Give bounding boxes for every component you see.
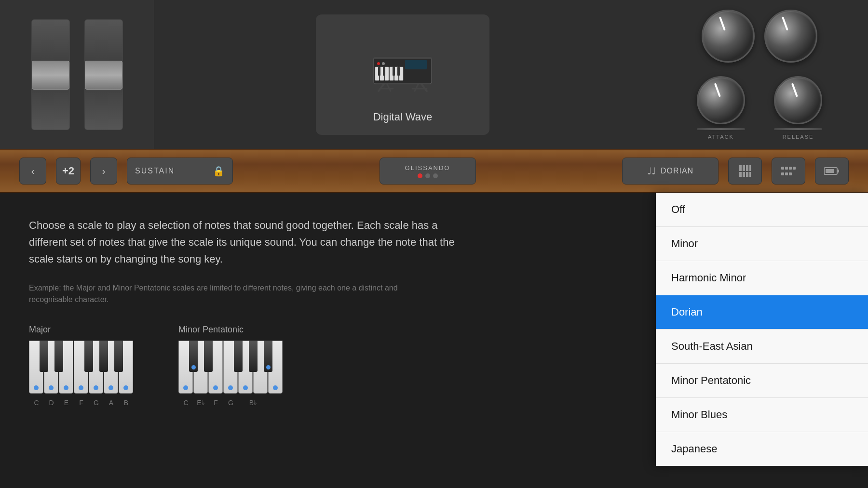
major-note-labels: C D E F G A B [29, 399, 134, 407]
minor-pent-piano [178, 341, 289, 396]
mp-note-label-c: C [178, 399, 193, 407]
instrument-card: Digital Wave [316, 14, 489, 135]
piano-grid-icon [738, 164, 752, 178]
dropdown-item-off[interactable]: Off [656, 193, 868, 227]
description-text: Choose a scale to play a selection of no… [29, 217, 463, 268]
key-dot-f [79, 385, 83, 390]
white-key-g[interactable] [89, 341, 103, 394]
sustain-button[interactable]: SUSTAIN 🔒 [127, 158, 233, 185]
dot-gray-2 [433, 173, 438, 178]
release-knob[interactable] [774, 76, 822, 124]
key-dot-d [49, 385, 54, 390]
dropdown-item-minor-blues[interactable]: Minor Blues [656, 398, 868, 432]
svg-rect-28 [749, 172, 751, 177]
slider-handle-2[interactable] [85, 61, 122, 90]
mp-note-label-bb: B♭ [238, 399, 268, 407]
mp-white-key-a[interactable] [253, 341, 268, 394]
example-text: Example: the Major and Minor Pentatonic … [29, 282, 415, 305]
svg-rect-20 [374, 57, 432, 59]
key-dot-b [123, 385, 128, 390]
glissando-dots [418, 173, 438, 178]
dropdown-item-dorian[interactable]: Dorian [656, 295, 868, 330]
mp-white-key-b[interactable] [268, 341, 283, 394]
battery-button[interactable] [815, 158, 849, 185]
mp-key-dot-f [228, 385, 233, 390]
major-scale-demo: Major [29, 325, 140, 407]
note-label-c: C [29, 399, 44, 407]
instrument-name: Digital Wave [373, 111, 433, 123]
bottom-section: Choose a scale to play a selection of no… [0, 193, 868, 488]
svg-rect-15 [399, 67, 403, 80]
svg-rect-31 [789, 167, 792, 170]
white-key-a[interactable] [104, 341, 118, 394]
svg-rect-22 [743, 165, 745, 171]
attack-knob[interactable] [697, 76, 745, 124]
mp-key-dot-g [243, 385, 248, 390]
attack-col: ATTACK [697, 76, 745, 140]
note-label-d: D [44, 399, 59, 407]
white-key-c[interactable] [29, 341, 43, 394]
prev-button[interactable]: ‹ [19, 158, 46, 185]
sequencer-icon [781, 167, 796, 175]
svg-rect-19 [397, 67, 400, 76]
white-key-b[interactable] [119, 341, 133, 394]
top-left-knob[interactable] [702, 10, 755, 63]
svg-rect-33 [781, 172, 784, 175]
mp-note-label-eb: E♭ [193, 399, 208, 407]
mp-white-key-c[interactable] [178, 341, 193, 394]
minor-pent-title: Minor Pentatonic [178, 325, 244, 335]
svg-rect-17 [383, 67, 385, 76]
svg-rect-16 [378, 67, 380, 76]
key-dot-g [94, 385, 98, 390]
white-key-f[interactable] [74, 341, 88, 394]
svg-rect-26 [743, 172, 745, 177]
release-col: RELEASE [774, 76, 822, 140]
piano-grid-button[interactable] [728, 158, 762, 185]
dropdown-item-harmonic-minor[interactable]: Harmonic Minor [656, 261, 868, 295]
svg-rect-30 [785, 167, 788, 170]
dropdown-item-minor-pentatonic[interactable]: Minor Pentatonic [656, 364, 868, 398]
music-note-icon: ♩♩ [647, 165, 656, 177]
mp-note-label-f: F [208, 399, 223, 407]
toolbar: ‹ +2 › SUSTAIN 🔒 GLISSANDO ♩♩ DORIAN [0, 149, 868, 193]
slider-track-2[interactable] [84, 19, 123, 130]
dot-red [418, 173, 422, 178]
note-label-a: A [104, 399, 119, 407]
mp-key-dot-eb [213, 385, 218, 390]
mp-white-key-g[interactable] [238, 341, 253, 394]
mp-note-label-g: G [223, 399, 238, 407]
battery-icon [824, 167, 840, 175]
svg-rect-21 [739, 165, 742, 171]
slider-panel [0, 0, 154, 149]
dropdown-item-minor[interactable]: Minor [656, 227, 868, 261]
sustain-label: SUSTAIN [135, 167, 175, 175]
dorian-button[interactable]: ♩♩ DORIAN [622, 158, 719, 185]
key-dot-c [34, 385, 39, 390]
note-label-e: E [59, 399, 74, 407]
white-key-d[interactable] [44, 341, 58, 394]
sequencer-button[interactable] [772, 158, 805, 185]
svg-rect-25 [739, 172, 742, 177]
dropdown-item-japanese[interactable]: Japanese [656, 432, 868, 466]
mp-white-key-f[interactable] [223, 341, 238, 394]
svg-rect-27 [746, 172, 748, 177]
svg-rect-29 [781, 167, 784, 170]
slider-track[interactable] [31, 19, 70, 130]
glissando-button[interactable]: GLISSANDO [380, 158, 476, 185]
svg-rect-7 [405, 60, 427, 69]
minor-pentatonic-demo: Minor Pentatonic [178, 325, 289, 407]
slider-handle[interactable] [32, 61, 69, 90]
scale-dropdown: Off Minor Harmonic Minor Dorian South-Ea… [656, 193, 868, 466]
svg-point-8 [377, 62, 380, 65]
svg-rect-32 [793, 167, 796, 170]
dropdown-item-southeast-asian[interactable]: South-East Asian [656, 330, 868, 364]
top-right-knob[interactable] [764, 10, 817, 63]
right-panel: ATTACK RELEASE [651, 0, 868, 149]
mp-white-key-d[interactable] [193, 341, 208, 394]
dot-gray-1 [425, 173, 430, 178]
mp-white-key-e[interactable] [208, 341, 223, 394]
next-button[interactable]: › [90, 158, 117, 185]
glissando-label: GLISSANDO [405, 164, 450, 171]
svg-rect-12 [385, 67, 389, 80]
white-key-e[interactable] [59, 341, 73, 394]
